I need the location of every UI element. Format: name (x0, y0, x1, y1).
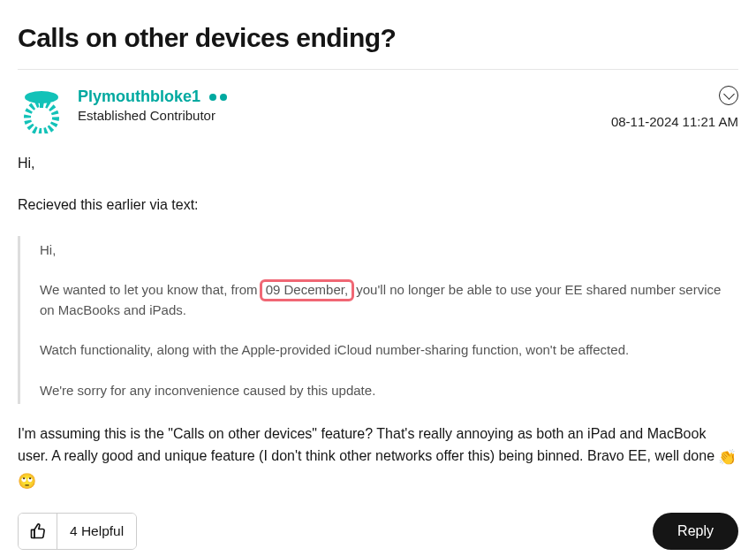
body-paragraph: Recieved this earlier via text: (18, 194, 738, 217)
post-title: Calls on other devices ending? (18, 23, 738, 53)
quote-paragraph: Watch functionality, along with the Appl… (40, 339, 738, 360)
avatar-icon (18, 86, 65, 133)
avatar[interactable] (18, 86, 65, 133)
helpful-button[interactable] (19, 514, 57, 549)
body-paragraph: I'm assuming this is the "Calls on other… (18, 423, 738, 493)
body-text: I'm assuming this is the "Calls on other… (18, 426, 718, 463)
post-options-button[interactable] (719, 86, 738, 105)
post-time: 11:21 AM (683, 114, 738, 129)
post-footer: 4 Helpful Reply (18, 513, 738, 550)
body-paragraph: Hi, (18, 153, 738, 175)
reply-button[interactable]: Reply (653, 513, 738, 550)
helpful-group: 4 Helpful (18, 513, 137, 550)
helpful-count[interactable]: 4 Helpful (57, 514, 136, 549)
post-header: Plymouthbloke1 Established Contributor ‎… (18, 86, 738, 133)
quote-paragraph: We wanted to let you know that, from 09 … (40, 279, 738, 321)
rank-badge-icon (209, 94, 227, 101)
post-timestamp: ‎08-11-2024 11:21 AM (611, 114, 738, 129)
highlight-annotation: 09 December, (260, 279, 354, 301)
post-date: ‎08-11-2024 (611, 114, 679, 129)
quote-text: We wanted to let you know that, from (40, 282, 261, 297)
quote-paragraph: We're sorry for any inconvenience caused… (40, 380, 738, 400)
author-name-link[interactable]: Plymouthbloke1 (78, 88, 200, 106)
author-role: Established Contributor (78, 108, 227, 123)
quoted-text: Hi, We wanted to let you know that, from… (18, 236, 738, 404)
quote-paragraph: Hi, (40, 240, 738, 260)
post-body: Hi, Recieved this earlier via text: Hi, … (18, 153, 738, 493)
author-block: Plymouthbloke1 Established Contributor (18, 86, 227, 133)
svg-point-3 (33, 109, 50, 126)
chevron-down-icon (723, 88, 735, 100)
divider (18, 69, 738, 70)
thumbs-up-icon (29, 522, 47, 540)
